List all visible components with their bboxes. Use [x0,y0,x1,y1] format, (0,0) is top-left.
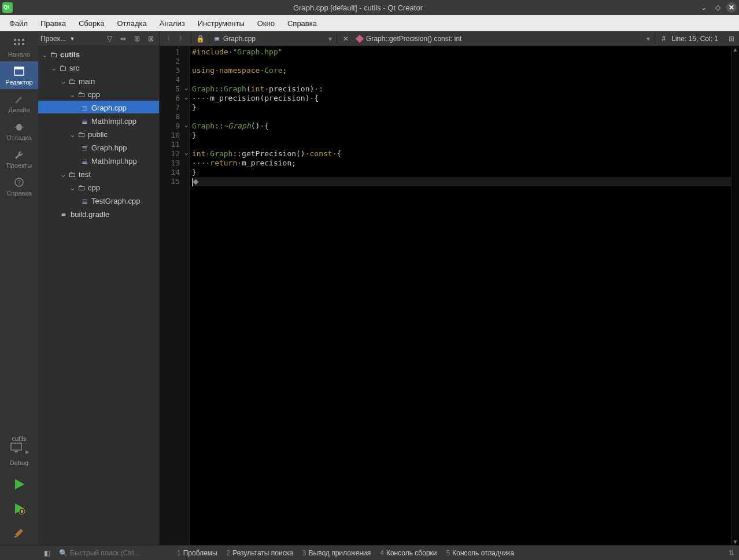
pane-compile-output[interactable]: 4Консоль сборки [380,549,437,557]
tree-cpp-test[interactable]: ⌄🗀cpp [38,180,159,193]
svg-rect-1 [18,39,20,41]
menu-help[interactable]: Справка [282,17,323,30]
bug-icon [13,121,25,132]
debug-run-button[interactable] [0,496,38,521]
locator-search[interactable]: 🔍 [56,549,171,557]
mode-rail: Начало Редактор Дизайн Отладка Проекты ?… [0,31,38,545]
menu-debug[interactable]: Отладка [111,17,152,30]
tree-cpp-main[interactable]: ⌄🗀cpp [38,87,159,100]
folder-icon: 🗀 [49,51,58,59]
scroll-down-arrow[interactable]: ▼ [731,539,739,545]
search-icon: 🔍 [59,549,68,557]
tree-file-graph-hpp[interactable]: ≣Graph.hpp [38,141,159,153]
tree-test[interactable]: ⌄🗀test [38,167,159,180]
minimize-button[interactable]: ⌄ [699,2,709,13]
link-icon[interactable]: ⇔ [117,33,129,45]
pane-label: Проблемы [183,549,217,557]
symbol-selector[interactable]: Graph::getPrecision() const: int ▾ [353,35,653,43]
code-editor[interactable]: 12345⌄6⌄789⌄101112⌄131415 #include·"Grap… [160,46,739,545]
split-icon[interactable]: ⊞ [131,33,143,45]
close-pane-icon[interactable]: ⊠ [145,33,157,45]
menu-edit[interactable]: Правка [35,17,72,30]
code-content[interactable]: #include·"Graph.hpp"using·namespace·Core… [190,46,731,545]
mode-projects[interactable]: Проекты [0,145,38,172]
menu-file[interactable]: Файл [3,17,34,30]
menu-tools[interactable]: Инструменты [192,17,250,30]
mode-debug-label: Отладка [6,134,31,141]
tree-file-testgraph[interactable]: ≣TestGraph.cpp [38,194,159,207]
svg-point-16 [21,510,23,513]
run-button[interactable] [0,472,38,496]
tree-root[interactable]: ⌄🗀cutils [38,47,159,60]
sidebar-view-selector[interactable]: Проек... ▼ [40,35,101,43]
line-gutter[interactable]: 12345⌄6⌄789⌄101112⌄131415 [160,46,190,545]
mode-welcome-label: Начало [8,51,30,58]
mode-editor[interactable]: Редактор [0,61,38,89]
hpp-file-icon: ≣ [80,157,89,165]
hpp-file-icon: ≣ [80,144,89,152]
mode-design[interactable]: Дизайн [0,89,38,117]
build-config[interactable]: Debug [0,456,38,472]
close-file-button[interactable]: ✕ [338,31,353,46]
svg-rect-7 [14,67,24,69]
tree-src[interactable]: ⌄🗀src [38,61,159,73]
file-icon: ≡ [59,211,68,219]
tree-file-graph-cpp[interactable]: ≣Graph.cpp [38,101,159,113]
toggle-sidebar-button[interactable]: ◧ [38,549,56,557]
tree-file-mathimpl-hpp[interactable]: ≣MathImpl.hpp [38,154,159,167]
grid-icon [13,38,25,49]
pane-debugger-console[interactable]: 5Консоль отладчика [446,549,515,557]
tree-label: TestGraph.cpp [91,197,141,205]
nav-back-button[interactable]: 〈 [160,31,175,46]
tree-main[interactable]: ⌄🗀main [38,74,159,87]
tree-public[interactable]: ⌄🗀public [38,127,159,140]
help-icon: ? [13,177,25,187]
sidebar-toolbar: Проек... ▼ ▽ ⇔ ⊞ ⊠ [38,31,159,46]
menu-window[interactable]: Окно [252,17,280,30]
tree-label: Graph.hpp [91,143,127,152]
vertical-scrollbar[interactable]: ▲ ▼ [731,46,739,545]
project-sidebar: Проек... ▼ ▽ ⇔ ⊞ ⊠ ⌄🗀cutils ⌄🗀src ⌄🗀main… [38,31,160,545]
tree-file-build[interactable]: ≡build.gradle [38,207,159,220]
pane-updown-button[interactable]: ⇅ [724,549,739,557]
folder-icon: 🗀 [76,184,86,192]
scroll-up-arrow[interactable]: ▲ [731,46,739,53]
pane-issues[interactable]: 1Проблемы [177,549,217,557]
symbol-label: Graph::getPrecision() const: int [366,35,461,43]
close-button[interactable]: ✕ [726,2,737,13]
menu-build[interactable]: Сборка [73,17,110,30]
filter-icon[interactable]: ▽ [104,33,115,45]
folder-icon: 🗀 [67,171,76,179]
pane-search-results[interactable]: 2Результаты поиска [227,549,293,557]
editor-toolbar: 〈 〉 🔒 ≣ Graph.cpp ▾ ✕ Graph::getPrecisio… [160,31,739,46]
menubar: Файл Правка Сборка Отладка Анализ Инстру… [0,15,739,31]
pane-label: Результаты поиска [232,549,293,557]
file-selector[interactable]: ≣ Graph.cpp ▾ [210,35,335,43]
maximize-button[interactable]: ◇ [712,2,723,13]
mode-welcome[interactable]: Начало [0,34,38,61]
build-button[interactable] [0,521,38,545]
pane-app-output[interactable]: 3Вывод приложения [302,549,371,557]
project-selector[interactable]: cutils ▶ [0,433,38,456]
tree-file-mathimpl-cpp[interactable]: ≣MathImpl.cpp [38,114,159,127]
hash-label[interactable]: # [662,35,666,43]
editor-area: 〈 〉 🔒 ≣ Graph.cpp ▾ ✕ Graph::getPrecisio… [160,31,739,545]
nav-forward-button[interactable]: 〉 [175,31,190,46]
svg-point-8 [16,124,22,131]
mode-debug[interactable]: Отладка [0,117,38,145]
cpp-file-icon: ≣ [214,35,220,43]
monitor-icon [9,442,24,454]
lock-icon[interactable]: 🔒 [193,31,208,46]
project-tree[interactable]: ⌄🗀cutils ⌄🗀src ⌄🗀main ⌄🗀cpp ≣Graph.cpp ≣… [38,46,159,545]
line-col-label[interactable]: Line: 15, Col: 1 [671,35,718,43]
svg-rect-0 [14,39,16,41]
menu-analyze[interactable]: Анализ [154,17,191,30]
mode-help[interactable]: ? Справка [0,172,38,200]
folder-icon: 🗀 [76,91,86,99]
split-editor-button[interactable]: ⊞ [724,35,739,43]
svg-rect-3 [14,43,16,45]
svg-rect-2 [22,39,24,41]
svg-text:?: ? [17,179,21,186]
locator-input[interactable] [70,549,162,557]
tree-label: test [79,170,91,179]
